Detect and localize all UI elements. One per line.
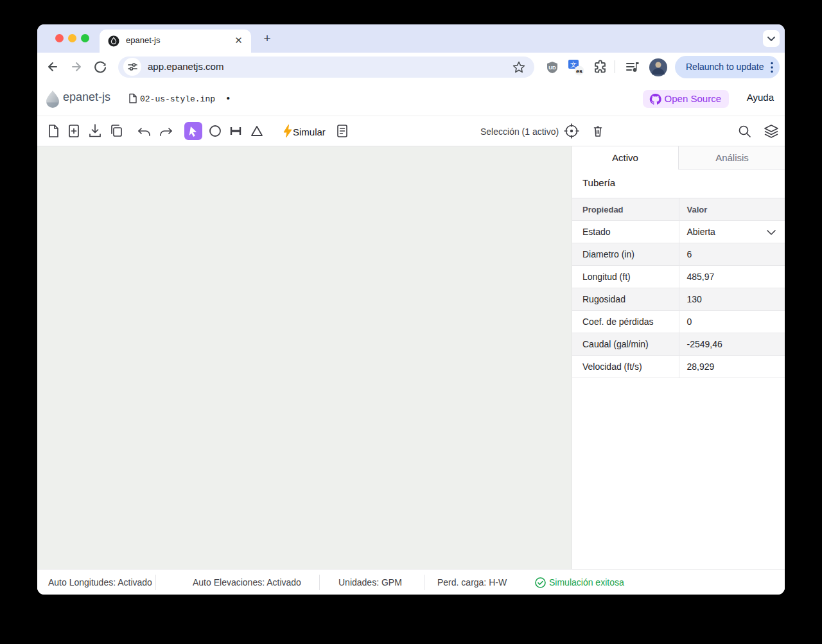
svg-text:UD: UD [548,65,556,71]
svg-text:es: es [576,68,582,74]
svg-text:文: 文 [570,61,577,68]
